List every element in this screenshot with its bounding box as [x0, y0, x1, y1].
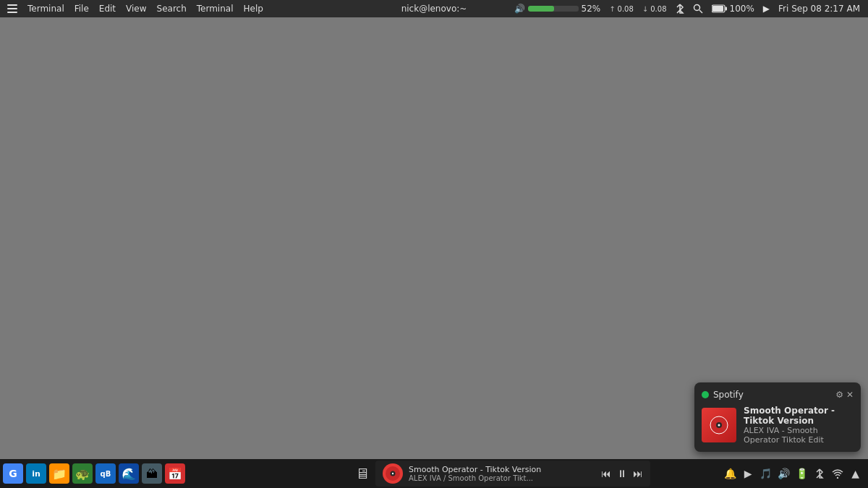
media-pause-button[interactable]: ⏸	[617, 468, 627, 479]
notification-app-name: Spotify	[702, 390, 744, 400]
search-icon[interactable]	[691, 4, 705, 14]
menu-search[interactable]: Search	[153, 0, 191, 17]
menubar: Terminal File Edit View Search Terminal …	[0, 0, 868, 17]
tray-battery[interactable]: 🔋	[795, 465, 809, 482]
taskbar-app4[interactable]: 🐢	[72, 463, 93, 484]
media-title: Smooth Operator - Tiktok Version	[409, 465, 553, 474]
svg-rect-7	[712, 6, 723, 12]
net-down: 0.08	[650, 5, 666, 13]
app4-icon: 🐢	[75, 467, 90, 481]
tray-notifications[interactable]: 🔔	[723, 465, 737, 482]
volume-bar	[528, 6, 579, 12]
media-prev-button[interactable]: ⏮	[601, 468, 611, 479]
notification-title: Smooth Operator - Tiktok Version	[744, 406, 854, 426]
svg-line-4	[699, 10, 702, 13]
volume-icon: 🔊	[514, 4, 525, 14]
notification-text: Smooth Operator - Tiktok Version ALEX IV…	[744, 406, 854, 445]
notification-artist: ALEX IVA - Smooth Operator Tiktok Edit	[744, 426, 854, 445]
tray-wifi[interactable]	[831, 465, 845, 482]
media-play-icon[interactable]: ▶	[761, 4, 772, 14]
mountain-icon: 🏔	[146, 467, 158, 481]
svg-point-10	[718, 424, 720, 427]
taskbar-mountain[interactable]: 🏔	[142, 463, 162, 484]
files-icon: 📁	[52, 467, 67, 481]
spotify-icon	[702, 391, 709, 398]
datetime-display: Fri Sep 08 2:17 AM	[776, 4, 862, 14]
taskbar-qbittorrent[interactable]: qB	[95, 463, 116, 484]
tray-volume[interactable]: 🔊	[777, 465, 791, 482]
taskbar-chrome[interactable]: G	[3, 463, 23, 484]
menu-view[interactable]: View	[122, 0, 150, 17]
battery-label: 100%	[730, 4, 754, 14]
menu-edit[interactable]: Edit	[95, 0, 120, 17]
volume-fill	[528, 6, 554, 12]
network-speed-down: ↓ 0.08	[640, 5, 669, 13]
calendar-icon: 📅	[168, 467, 182, 481]
tray-expand[interactable]: ▲	[848, 465, 862, 482]
taskbar-browser2[interactable]: 🌊	[119, 463, 139, 484]
net-up: 0.08	[618, 5, 634, 13]
taskbar-calendar[interactable]: 📅	[165, 463, 185, 484]
tray-play[interactable]: ▶	[741, 465, 755, 482]
media-controls: ⏮ ⏸ ⏭	[601, 468, 643, 479]
media-info: Smooth Operator - Tiktok Version ALEX IV…	[409, 465, 595, 482]
taskbar: G in 📁 🐢 qB 🌊 🏔 📅 🖥	[0, 459, 868, 488]
battery-indicator[interactable]: 100%	[710, 4, 757, 14]
volume-control[interactable]: 🔊 52%	[512, 4, 603, 14]
tray-music[interactable]: 🎵	[760, 465, 773, 482]
chrome-icon: G	[9, 468, 17, 479]
menu-terminal[interactable]: Terminal	[23, 0, 69, 17]
volume-label: 52%	[582, 4, 601, 14]
menu-file[interactable]: File	[70, 0, 93, 17]
taskbar-system-tray: 🔔 ▶ 🎵 🔊 🔋 ▲	[723, 465, 868, 482]
notification-actions: ⚙ ✕	[835, 390, 854, 400]
media-artist: ALEX IVA / Smooth Operator Tikt...	[409, 474, 553, 482]
notification-body: Smooth Operator - Tiktok Version ALEX IV…	[702, 406, 854, 445]
linkedin-icon: in	[32, 469, 41, 479]
browser2-icon: 🌊	[122, 467, 136, 481]
window-title: nick@lenovo:~	[401, 4, 467, 14]
svg-rect-0	[7, 4, 17, 6]
media-next-button[interactable]: ⏭	[633, 468, 643, 479]
media-player: Smooth Operator - Tiktok Version ALEX IV…	[375, 461, 650, 487]
app-menu-icon[interactable]	[3, 0, 22, 17]
app-name-label: Spotify	[713, 390, 744, 400]
svg-rect-1	[7, 8, 17, 9]
svg-point-13	[392, 473, 393, 474]
network-speed: ↑ 0.08	[607, 5, 636, 13]
svg-point-14	[837, 477, 838, 479]
svg-point-3	[694, 5, 699, 11]
monitor-icon[interactable]: 🖥	[355, 465, 370, 482]
menu-help[interactable]: Help	[239, 0, 268, 17]
album-art	[702, 408, 736, 442]
notification-settings-icon[interactable]: ⚙	[835, 390, 843, 400]
spotify-notification: Spotify ⚙ ✕ Smooth Operator - Tiktok Ver…	[694, 382, 861, 452]
taskbar-files[interactable]: 📁	[49, 463, 69, 484]
notification-close-icon[interactable]: ✕	[846, 390, 854, 400]
qbittorrent-icon: qB	[101, 470, 111, 478]
svg-rect-2	[7, 12, 17, 13]
menu-terminal2[interactable]: Terminal	[192, 0, 238, 17]
taskbar-linkedin[interactable]: in	[26, 463, 46, 484]
svg-rect-6	[725, 7, 727, 11]
tray-bluetooth[interactable]	[813, 465, 827, 482]
notification-header: Spotify ⚙ ✕	[702, 390, 854, 400]
taskbar-app-icons: G in 📁 🐢 qB 🌊 🏔 📅	[0, 463, 282, 484]
media-album-art	[383, 463, 403, 484]
bluetooth-icon[interactable]	[673, 3, 686, 14]
taskbar-center: 🖥 Smooth Operator - Tiktok Version ALEX …	[282, 461, 723, 487]
